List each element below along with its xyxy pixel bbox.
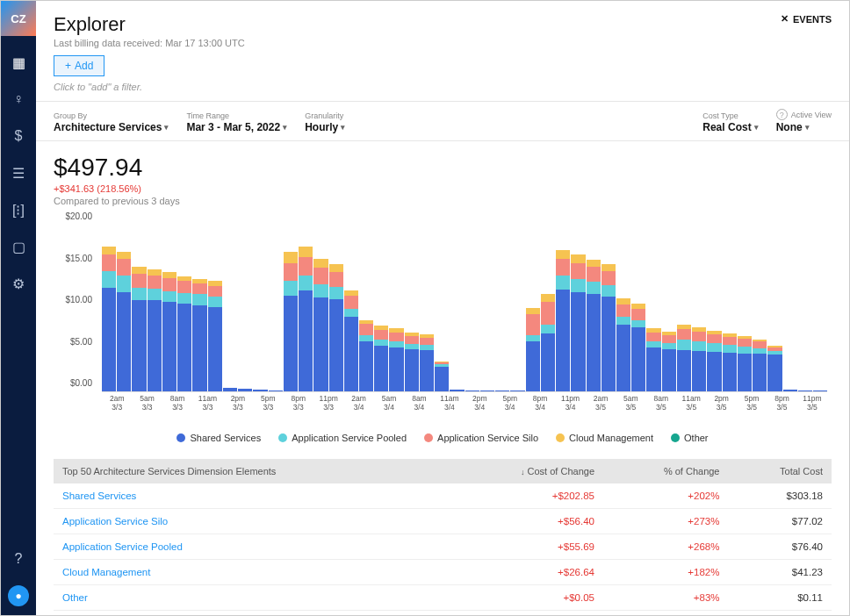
bar[interactable]	[313, 226, 328, 391]
bar[interactable]	[162, 226, 176, 391]
reports-icon[interactable]: ☰	[8, 162, 29, 183]
cost-type-dropdown[interactable]: Cost Type Real Cost	[702, 111, 758, 133]
bar[interactable]	[616, 226, 630, 391]
table-row: Application Service Silo+$56.40+273%$77.…	[54, 509, 832, 534]
bar[interactable]	[420, 226, 434, 391]
bar[interactable]	[208, 226, 222, 391]
bar[interactable]	[374, 226, 388, 391]
bar[interactable]	[344, 226, 358, 391]
col-pct[interactable]: % of Change	[603, 459, 729, 483]
events-label: EVENTS	[793, 14, 832, 25]
bar[interactable]	[223, 226, 237, 391]
col-total[interactable]: Total Cost	[729, 459, 832, 483]
bar[interactable]	[480, 226, 494, 391]
bar[interactable]	[465, 226, 479, 391]
bar[interactable]	[677, 226, 691, 391]
bar[interactable]	[269, 226, 283, 391]
page-title: Explorer	[54, 13, 245, 36]
bar[interactable]	[631, 226, 645, 391]
bar[interactable]	[495, 226, 509, 391]
legend-item[interactable]: Other	[671, 433, 709, 443]
help-icon[interactable]: ?	[8, 548, 29, 569]
dimension-link[interactable]: Application Service Silo	[54, 509, 448, 534]
bar[interactable]	[148, 226, 162, 391]
granularity-dropdown[interactable]: Granularity Hourly	[305, 111, 345, 133]
dimension-link[interactable]: Cloud Management	[54, 560, 448, 585]
bar[interactable]	[541, 226, 555, 391]
bar[interactable]	[510, 226, 524, 391]
filter-hint: Click to "add" a filter.	[54, 82, 832, 92]
alerts-icon[interactable]: ▢	[8, 236, 29, 257]
bar[interactable]	[601, 226, 616, 391]
bar[interactable]	[571, 226, 585, 391]
sort-down-icon: ↓	[521, 468, 525, 476]
total-cost: $497.94	[54, 154, 832, 182]
bar[interactable]	[767, 226, 782, 391]
table-row: Other+$0.05+83%$0.11	[54, 585, 832, 611]
bar[interactable]	[692, 226, 706, 391]
dimension-link[interactable]: Shared Services	[54, 483, 448, 509]
bar[interactable]	[556, 226, 570, 391]
dimension-link[interactable]: Other	[54, 585, 448, 611]
col-change[interactable]: ↓Cost of Change	[448, 459, 603, 483]
bar[interactable]	[132, 226, 146, 391]
bar[interactable]	[813, 226, 827, 391]
last-billing-text: Last billing data received: Mar 17 13:00…	[54, 38, 245, 48]
sidebar: CZ ▦ ♀ $ ☰ [⁝] ▢ ⚙ ? ●	[1, 1, 36, 615]
user-avatar[interactable]: ●	[8, 585, 29, 606]
help-circle-icon[interactable]: ?	[776, 109, 788, 120]
bar[interactable]	[117, 226, 131, 391]
bar[interactable]	[662, 226, 676, 391]
bar[interactable]	[299, 226, 313, 391]
bar[interactable]	[783, 226, 797, 391]
bar[interactable]	[738, 226, 752, 391]
events-icon: ✕	[781, 13, 789, 25]
time-range-dropdown[interactable]: Time Range Mar 3 - Mar 5, 2022	[186, 111, 287, 133]
bar[interactable]	[587, 226, 601, 391]
insights-icon[interactable]: ♀	[8, 89, 29, 110]
add-filter-button[interactable]: + Add	[54, 55, 104, 76]
bar[interactable]	[646, 226, 660, 391]
legend-item[interactable]: Application Service Pooled	[278, 433, 407, 443]
chart-legend: Shared ServicesApplication Service Poole…	[54, 433, 832, 443]
bar[interactable]	[177, 226, 191, 391]
legend-item[interactable]: Shared Services	[176, 433, 261, 443]
bar[interactable]	[329, 226, 343, 391]
table-title: Top 50 Architecture Services Dimension E…	[54, 459, 448, 483]
bar[interactable]	[284, 226, 298, 391]
bar[interactable]	[102, 226, 116, 391]
table-row: Shared Services+$202.85+202%$303.18	[54, 483, 832, 509]
active-view-dropdown[interactable]: ?Active View None	[776, 109, 832, 133]
bar[interactable]	[450, 226, 464, 391]
legend-item[interactable]: Application Service Silo	[424, 433, 538, 443]
add-label: Add	[75, 60, 93, 72]
table-row: Cloud Management+$26.64+182%$41.23	[54, 560, 832, 585]
table-row: Application Service Pooled+$55.69+268%$7…	[54, 534, 832, 560]
plus-icon: +	[65, 60, 71, 72]
bar[interactable]	[526, 226, 540, 391]
bar[interactable]	[192, 226, 206, 391]
legend-item[interactable]: Cloud Management	[556, 433, 653, 443]
bar[interactable]	[707, 226, 721, 391]
events-button[interactable]: ✕ EVENTS	[781, 13, 832, 25]
group-by-dropdown[interactable]: Group By Architecture Services	[54, 111, 169, 133]
bar[interactable]	[253, 226, 267, 391]
delta-text: +$341.63 (218.56%)	[54, 183, 832, 194]
brand-logo[interactable]: CZ	[1, 1, 36, 36]
bar[interactable]	[753, 226, 767, 391]
cost-chart: $0.00$5.00$10.00$15.00$20.00 2am3/35am3/…	[54, 226, 832, 419]
bar[interactable]	[389, 226, 403, 391]
bar[interactable]	[723, 226, 737, 391]
bar[interactable]	[405, 226, 419, 391]
settings-icon[interactable]: ⚙	[8, 273, 29, 294]
compare-text: Compared to previous 3 days	[54, 196, 832, 206]
dimension-table: Top 50 Architecture Services Dimension E…	[54, 459, 832, 611]
bar[interactable]	[798, 226, 812, 391]
cost-icon[interactable]: $	[8, 125, 29, 147]
bar[interactable]	[359, 226, 373, 391]
dimension-link[interactable]: Application Service Pooled	[54, 534, 448, 560]
dashboard-icon[interactable]: ▦	[8, 52, 29, 73]
bar[interactable]	[435, 226, 449, 391]
bar[interactable]	[238, 226, 252, 391]
brackets-icon[interactable]: [⁝]	[8, 199, 29, 220]
